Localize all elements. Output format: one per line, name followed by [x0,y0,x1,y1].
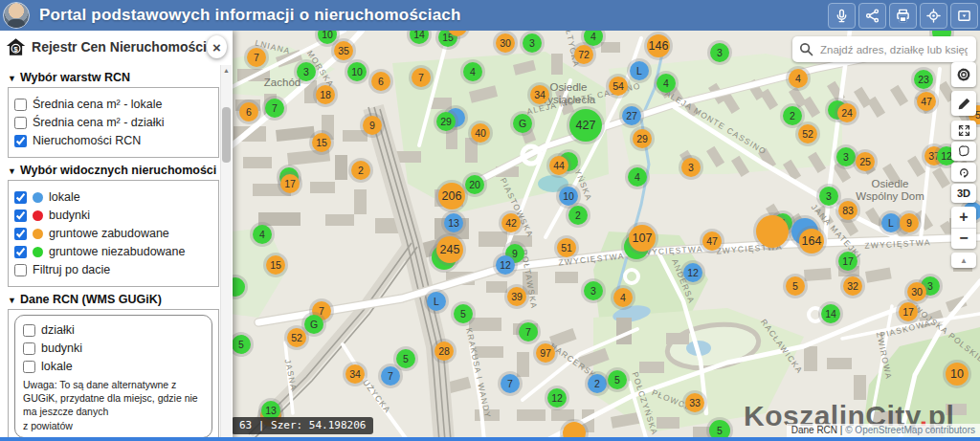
map-marker[interactable]: 10 [318,31,337,44]
share-button[interactable] [858,3,886,29]
basemap-button[interactable] [950,3,978,29]
map-marker[interactable]: 245 [436,236,463,263]
reset-view-button[interactable] [951,163,976,182]
map-marker[interactable]: 20 [465,175,484,194]
map-marker[interactable]: 107 [629,225,656,252]
map-marker[interactable]: 4 [657,74,676,93]
map-marker[interactable]: 72 [574,45,593,64]
map-marker[interactable]: L [881,213,901,232]
map-marker[interactable]: 54 [609,77,628,96]
map-marker[interactable]: 4 [613,288,633,307]
map-marker[interactable]: 15 [312,133,331,152]
map-marker[interactable]: 4 [789,69,808,88]
map-marker[interactable]: 35 [334,41,353,60]
map-marker[interactable]: 9 [900,213,919,232]
map-marker[interactable]: 4 [463,62,482,81]
map-marker[interactable]: 5 [232,335,251,354]
map-marker[interactable]: 14 [410,31,429,44]
map-marker[interactable]: 2 [351,161,370,180]
map-marker[interactable]: 34 [530,85,549,104]
section-header-layers[interactable]: ▼Wybór warstw RCN [8,71,219,84]
wms-option-lokale[interactable]: lokale [23,360,204,373]
map-marker[interactable]: 7 [265,99,284,118]
map-marker[interactable]: L [630,61,649,80]
avatar[interactable] [3,2,30,29]
section-header-visible[interactable]: ▼Wybór widocznych nieruchomości [8,164,219,177]
map-canvas[interactable]: ALEJA MONTE CASSINOALEJA MONTE CASSINOMO… [230,31,980,441]
filter-by-date-option[interactable]: Filtruj po dacie [14,263,212,276]
map-marker[interactable]: 17 [280,174,300,193]
checkbox[interactable] [23,342,35,355]
locate-button[interactable] [920,3,947,29]
map-marker[interactable]: 23 [914,70,933,89]
map-marker[interactable]: 52 [798,124,817,143]
map-marker[interactable]: 28 [434,342,454,361]
panel-close-button[interactable]: × [207,35,227,58]
map-marker[interactable]: 5 [396,349,415,368]
map-marker[interactable]: 97 [536,343,555,363]
map-marker[interactable]: 2 [783,106,802,125]
visible-option-budynki[interactable]: budynki [14,209,212,222]
map-marker[interactable]: 25 [856,152,875,171]
checkbox[interactable] [23,324,35,337]
map-marker[interactable]: 2 [588,374,607,393]
layer-option-avg-price-dzialki[interactable]: Średnia cena m² - działki [14,116,212,129]
sidebar-scrollbar[interactable]: ▲ [220,65,232,437]
map-marker[interactable]: 9 [363,116,382,135]
map-marker[interactable]: 32 [843,276,862,296]
scrollbar-thumb[interactable] [222,107,231,163]
search-input[interactable] [818,43,969,56]
map-marker[interactable]: 12 [683,263,702,282]
map-marker[interactable]: 2 [568,206,588,225]
map-marker[interactable]: 6 [371,72,390,91]
checkbox[interactable] [14,135,27,147]
checkbox[interactable] [14,264,27,276]
layer-option-avg-price-lokale[interactable]: Średnia cena m² - lokale [14,98,212,111]
visible-option-lokale[interactable]: lokale [14,190,212,204]
map-marker[interactable]: 18 [316,85,335,104]
map-marker[interactable]: 427 [569,109,602,142]
map-marker[interactable]: 4 [628,167,647,187]
visible-option-gruntowe-niezabudowane[interactable]: gruntowe niezabudowane [14,245,212,258]
scrollbar-up-icon[interactable]: ▲ [221,65,232,76]
map-marker[interactable]: 29 [436,112,456,131]
wms-option-dzialki[interactable]: działki [23,323,204,337]
map-marker[interactable]: 3 [836,147,856,166]
print-button[interactable] [889,3,917,29]
map-marker[interactable]: 6 [239,102,258,121]
checkbox[interactable] [14,246,27,258]
map-marker[interactable]: 164 [799,229,824,254]
microphone-button[interactable] [828,3,856,29]
osm-attribution-link[interactable]: © OpenStreetMap contributors [845,425,975,435]
map-marker[interactable]: 5 [608,370,627,389]
map-marker[interactable]: 7 [247,48,266,67]
map-marker[interactable]: 52 [287,328,306,347]
map-marker[interactable]: 17 [899,302,918,321]
map-marker[interactable]: 10 [559,187,578,206]
map-marker[interactable]: 7 [412,68,431,87]
fullscreen-extent-button[interactable] [951,121,976,140]
panel-collapse-button[interactable]: ▲ [951,253,976,268]
map-marker[interactable]: 83 [838,201,858,220]
checkbox[interactable] [14,99,27,111]
map-marker[interactable]: 3 [710,43,729,62]
map-marker[interactable]: 47 [702,232,722,251]
checkbox[interactable] [14,117,27,129]
map-marker[interactable]: 29 [633,129,652,148]
map-marker[interactable]: 146 [647,34,670,57]
map-marker[interactable]: 12 [547,388,567,408]
checkbox[interactable] [14,228,27,240]
zoom-out-button[interactable]: − [951,229,976,250]
map-marker[interactable]: 30 [907,282,926,301]
map-marker[interactable]: 27 [622,106,641,125]
layer-option-nieruchomosci-rcn[interactable]: Nieruchomości RCN [14,134,212,147]
map-marker[interactable]: 7 [519,322,538,342]
map-marker[interactable]: 5 [786,276,805,296]
zoom-in-button[interactable]: + [951,207,976,229]
map-marker[interactable]: 4 [584,31,603,46]
map-marker[interactable]: 17 [838,252,858,271]
3d-view-button[interactable]: 3D [951,184,976,203]
draw-button[interactable] [951,91,976,116]
map-marker[interactable]: 44 [549,156,568,175]
map-marker[interactable]: 5 [454,304,473,323]
